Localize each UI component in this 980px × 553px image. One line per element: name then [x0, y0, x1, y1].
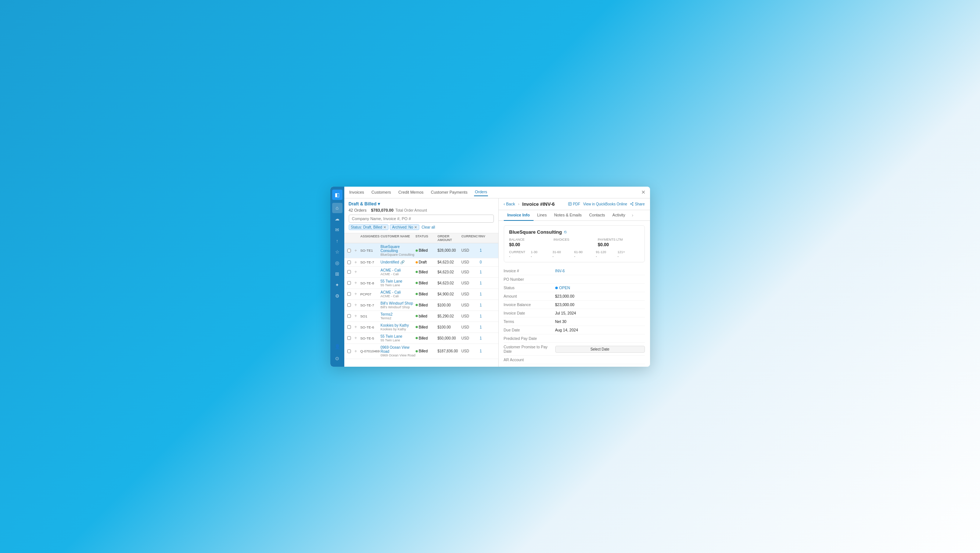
row-checkbox[interactable]	[347, 249, 351, 253]
row-add[interactable]: +	[355, 349, 361, 354]
nav-customers[interactable]: Customers	[371, 189, 392, 196]
row-add[interactable]: +	[355, 280, 361, 286]
row-inv: 1	[480, 292, 487, 296]
field-terms: Terms Net 30	[504, 318, 645, 326]
row-status: Draft	[415, 260, 438, 264]
row-checkbox[interactable]	[347, 325, 351, 329]
sidebar-icon-upload[interactable]: ↑	[332, 236, 342, 246]
table-row[interactable]: + SO-TE-7 Undentified 🔗 Draft $4,623.02 …	[344, 258, 498, 267]
tab-invoice-info[interactable]: Invoice Info	[504, 210, 533, 221]
clear-all-button[interactable]: Clear all	[422, 225, 435, 229]
invoice-number-value[interactable]: INV-6	[555, 269, 645, 273]
bills-windsurf-sub: Bill's Windsurf Shop	[381, 305, 415, 309]
sidebar-bottom: 👤 ⊙	[332, 342, 342, 364]
tabs-more-chevron[interactable]: ›	[630, 210, 635, 221]
table-row[interactable]: + PCP07 ACME - Cali ACME - Cali Billed $…	[344, 289, 498, 300]
search-input[interactable]	[349, 215, 494, 222]
row-amount: $100.00	[438, 303, 461, 307]
row-inv: 1	[480, 336, 487, 340]
row-checkbox[interactable]	[347, 270, 351, 274]
row-currency: USD	[461, 303, 480, 307]
quickbooks-link[interactable]: View in QuickBooks Online	[583, 202, 627, 206]
row-add[interactable]: +	[355, 324, 361, 330]
nav-credit-memos[interactable]: Credit Memos	[398, 189, 424, 196]
nav-orders[interactable]: Orders	[474, 188, 488, 196]
row-inv: 0	[480, 260, 487, 264]
svg-rect-0	[568, 202, 571, 205]
filter-archived[interactable]: Archived: No ✕	[390, 224, 419, 230]
row-add[interactable]: +	[355, 313, 361, 319]
row-checkbox[interactable]	[347, 303, 351, 307]
filter-status[interactable]: Status: Draft, Billed ✕	[349, 224, 389, 230]
table-row[interactable]: + SO-TE-7 Bill's Windsurf Shop Bill's Wi…	[344, 300, 498, 311]
table-row[interactable]: + Q-07010469 0969 Ocean View Road 0969 O…	[344, 344, 498, 359]
table-row[interactable]: + SO-TE-5 55 Twin Lane 55 Twin Lane Bill…	[344, 333, 498, 344]
field-ar-account: AR Account	[504, 356, 645, 364]
pdf-link[interactable]: PDF	[568, 202, 580, 206]
row-checkbox[interactable]	[347, 350, 351, 353]
col-header-currency: CURRENCY	[461, 234, 480, 242]
order-count: 42 Orders	[349, 208, 367, 212]
row-add[interactable]: +	[355, 291, 361, 297]
row-inv: 1	[480, 325, 487, 329]
sidebar-icon-star[interactable]: ☆	[332, 247, 342, 257]
row-customer: 55 Twin Lane 55 Twin Lane	[381, 279, 415, 287]
svg-line-6	[631, 203, 632, 203]
table-row[interactable]: + SO-TE-8 55 Twin Lane 55 Twin Lane Bill…	[344, 278, 498, 289]
row-checkbox[interactable]	[347, 292, 351, 296]
row-add[interactable]: +	[355, 248, 361, 253]
row-checkbox[interactable]	[347, 261, 351, 264]
row-checkbox[interactable]	[347, 336, 351, 340]
status-open-badge: OPEN	[555, 286, 570, 290]
row-add[interactable]: +	[355, 335, 361, 341]
row-checkbox[interactable]	[347, 281, 351, 285]
sidebar-icon-settings2[interactable]: ⊙	[332, 353, 342, 364]
table-row[interactable]: + SO-TE1 BlueSquare Consulting BlueSquar…	[344, 243, 498, 258]
company-name: BlueSquare Consulting	[509, 229, 562, 235]
detail-body: BlueSquare Consulting ⎋ BALANCE $0.00 IN…	[499, 221, 650, 367]
sidebar-icon-sparkle[interactable]: ✦	[332, 280, 342, 290]
field-amount: Amount $23,000.00	[504, 292, 645, 300]
company-link-icon[interactable]: ⎋	[564, 229, 566, 234]
sidebar-icon-grid[interactable]: ⊞	[332, 269, 342, 279]
sidebar-icon-circle[interactable]: ◎	[332, 258, 342, 268]
table-row[interactable]: + ACME - Cali ACME - Cali Billed $4,623.…	[344, 267, 498, 278]
row-status: Billed	[415, 349, 438, 353]
table-row[interactable]: + SO-TE-6 Kookies by Kathy Kookies by Ka…	[344, 322, 498, 333]
tab-activity[interactable]: Activity	[609, 210, 629, 221]
sidebar-icon-user[interactable]: 👤	[332, 342, 342, 352]
row-add[interactable]: +	[355, 269, 361, 275]
sidebar-icon-mail[interactable]: ✉	[332, 225, 342, 235]
tab-contacts[interactable]: Contacts	[585, 210, 608, 221]
table-row[interactable]: + SO1 Terms2 Terms2 billed $5,290.02 USD…	[344, 311, 498, 322]
row-status: Billed	[415, 270, 438, 274]
row-inv: 1	[480, 281, 487, 285]
row-customer: Terms2 Terms2	[381, 312, 415, 320]
sidebar-icon-home[interactable]: ⌂	[332, 203, 342, 213]
list-panel: Draft & Billed ▾ 42 Orders $783,070.00 T…	[344, 199, 499, 367]
pdf-icon	[568, 202, 572, 206]
nav-customer-payments[interactable]: Customer Payments	[430, 189, 468, 196]
close-button[interactable]: ✕	[641, 189, 646, 195]
sidebar-icon-gear[interactable]: ⚙	[332, 291, 342, 301]
row-amount: $4,900.02	[438, 292, 461, 296]
row-add[interactable]: +	[355, 302, 361, 308]
tab-notes-emails[interactable]: Notes & Emails	[550, 210, 585, 221]
back-button[interactable]: ‹ Back	[504, 202, 515, 206]
share-icon	[630, 202, 634, 206]
filter-archived-remove[interactable]: ✕	[414, 225, 417, 229]
table-header: ASSIGNEES CUSTOMER NAME STATUS ORDER AMO…	[344, 233, 498, 243]
row-add[interactable]: +	[355, 260, 361, 265]
tab-lines[interactable]: Lines	[533, 210, 550, 221]
stat-invoices: INVOICES	[554, 238, 595, 247]
row-order: Q-07010469	[361, 349, 381, 353]
filter-status-remove[interactable]: ✕	[383, 225, 386, 229]
nav-invoices[interactable]: Invoices	[349, 189, 365, 196]
select-date-button[interactable]: Select Date	[555, 346, 645, 353]
share-link[interactable]: Share	[630, 202, 645, 206]
sidebar-icon-cloud[interactable]: ☁	[332, 214, 342, 224]
draft-billed-button[interactable]: Draft & Billed ▾	[349, 201, 380, 207]
amount-value: $23,000.00	[555, 294, 645, 298]
row-amount: $50,000.00	[438, 336, 461, 340]
row-checkbox[interactable]	[347, 314, 351, 318]
